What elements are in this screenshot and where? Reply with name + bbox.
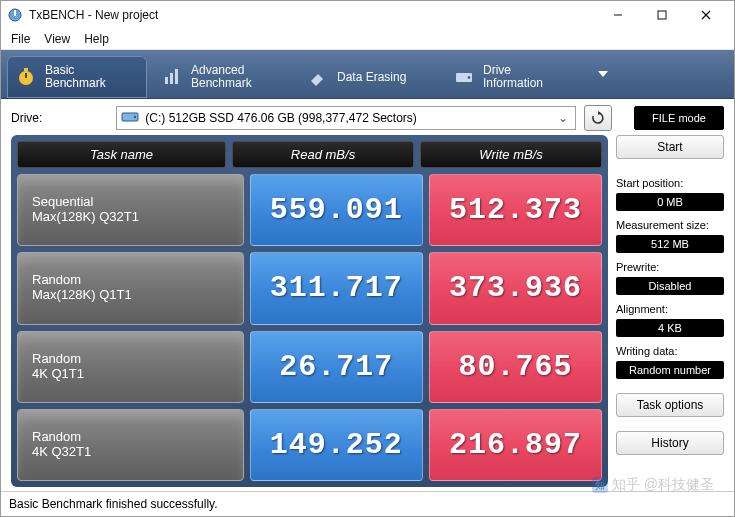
drive-icon bbox=[453, 66, 475, 88]
drive-disk-icon bbox=[121, 110, 139, 127]
prewrite-value[interactable]: Disabled bbox=[616, 277, 724, 295]
write-value: 512.373 bbox=[429, 174, 602, 246]
svg-rect-11 bbox=[170, 73, 173, 84]
read-value: 311.717 bbox=[250, 252, 423, 324]
measurement-size-value[interactable]: 512 MB bbox=[616, 235, 724, 253]
file-mode-indicator[interactable]: FILE mode bbox=[634, 106, 724, 130]
tab-drive-information[interactable]: DriveInformation bbox=[445, 56, 585, 98]
close-button[interactable] bbox=[684, 1, 728, 29]
minimize-button[interactable] bbox=[596, 1, 640, 29]
tab-label: Data Erasing bbox=[337, 71, 406, 84]
header-read: Read mB/s bbox=[232, 141, 414, 168]
stopwatch-icon bbox=[15, 66, 37, 88]
history-button[interactable]: History bbox=[616, 431, 724, 455]
task-options-button[interactable]: Task options bbox=[616, 393, 724, 417]
table-row: RandomMax(128K) Q1T1 311.717 373.936 bbox=[17, 252, 602, 324]
measurement-size-label: Measurement size: bbox=[616, 219, 724, 231]
svg-marker-15 bbox=[598, 71, 608, 77]
tab-basic-benchmark[interactable]: BasicBenchmark bbox=[7, 56, 147, 98]
table-header: Task name Read mB/s Write mB/s bbox=[17, 141, 602, 168]
alignment-value[interactable]: 4 KB bbox=[616, 319, 724, 337]
tab-data-erasing[interactable]: Data Erasing bbox=[299, 56, 439, 98]
eraser-icon bbox=[307, 66, 329, 88]
app-icon bbox=[7, 7, 23, 23]
refresh-button[interactable] bbox=[584, 105, 612, 131]
app-window: TxBENCH - New project File View Help Bas… bbox=[0, 0, 735, 517]
svg-rect-10 bbox=[165, 77, 168, 84]
read-value: 559.091 bbox=[250, 174, 423, 246]
svg-point-17 bbox=[134, 115, 136, 117]
task-cell: SequentialMax(128K) Q32T1 bbox=[17, 174, 244, 246]
start-position-label: Start position: bbox=[616, 177, 724, 189]
side-panel: Start Start position: 0 MB Measurement s… bbox=[616, 135, 724, 487]
drive-row: Drive: (C:) 512GB SSD 476.06 GB (998,377… bbox=[1, 99, 734, 135]
svg-rect-12 bbox=[175, 69, 178, 84]
menu-view[interactable]: View bbox=[44, 32, 70, 46]
svg-point-14 bbox=[468, 76, 471, 79]
maximize-button[interactable] bbox=[640, 1, 684, 29]
bar-chart-icon bbox=[161, 66, 183, 88]
tab-advanced-benchmark[interactable]: AdvancedBenchmark bbox=[153, 56, 293, 98]
start-position-value[interactable]: 0 MB bbox=[616, 193, 724, 211]
task-cell: RandomMax(128K) Q1T1 bbox=[17, 252, 244, 324]
write-value: 373.936 bbox=[429, 252, 602, 324]
header-task: Task name bbox=[17, 141, 226, 168]
title-bar: TxBENCH - New project bbox=[1, 1, 734, 29]
read-value: 26.717 bbox=[250, 331, 423, 403]
benchmark-panel: Task name Read mB/s Write mB/s Sequentia… bbox=[11, 135, 608, 487]
menu-file[interactable]: File bbox=[11, 32, 30, 46]
svg-rect-4 bbox=[658, 11, 666, 19]
content-area: Drive: (C:) 512GB SSD 476.06 GB (998,377… bbox=[1, 99, 734, 491]
table-row: SequentialMax(128K) Q32T1 559.091 512.37… bbox=[17, 174, 602, 246]
writing-data-label: Writing data: bbox=[616, 345, 724, 357]
task-cell: Random4K Q1T1 bbox=[17, 331, 244, 403]
tab-label: BasicBenchmark bbox=[45, 64, 106, 89]
drive-select[interactable]: (C:) 512GB SSD 476.06 GB (998,377,472 Se… bbox=[116, 106, 576, 130]
svg-rect-8 bbox=[24, 68, 28, 71]
chevron-down-icon: ⌄ bbox=[555, 111, 571, 125]
status-bar: Basic Benchmark finished successfully. bbox=[1, 491, 734, 516]
menu-bar: File View Help bbox=[1, 29, 734, 50]
task-cell: Random4K Q32T1 bbox=[17, 409, 244, 481]
toolbar: BasicBenchmark AdvancedBenchmark Data Er… bbox=[1, 50, 734, 99]
header-write: Write mB/s bbox=[420, 141, 602, 168]
prewrite-label: Prewrite: bbox=[616, 261, 724, 273]
alignment-label: Alignment: bbox=[616, 303, 724, 315]
read-value: 149.252 bbox=[250, 409, 423, 481]
svg-point-2 bbox=[14, 14, 16, 16]
toolbar-overflow[interactable] bbox=[591, 50, 615, 98]
tab-label: AdvancedBenchmark bbox=[191, 64, 252, 89]
status-text: Basic Benchmark finished successfully. bbox=[9, 497, 218, 511]
window-title: TxBENCH - New project bbox=[29, 8, 158, 22]
menu-help[interactable]: Help bbox=[84, 32, 109, 46]
write-value: 216.897 bbox=[429, 409, 602, 481]
tab-label: DriveInformation bbox=[483, 64, 543, 89]
table-row: Random4K Q1T1 26.717 80.765 bbox=[17, 331, 602, 403]
table-row: Random4K Q32T1 149.252 216.897 bbox=[17, 409, 602, 481]
drive-text: (C:) 512GB SSD 476.06 GB (998,377,472 Se… bbox=[145, 111, 416, 125]
start-button[interactable]: Start bbox=[616, 135, 724, 159]
writing-data-value[interactable]: Random number bbox=[616, 361, 724, 379]
drive-label: Drive: bbox=[11, 111, 42, 125]
write-value: 80.765 bbox=[429, 331, 602, 403]
